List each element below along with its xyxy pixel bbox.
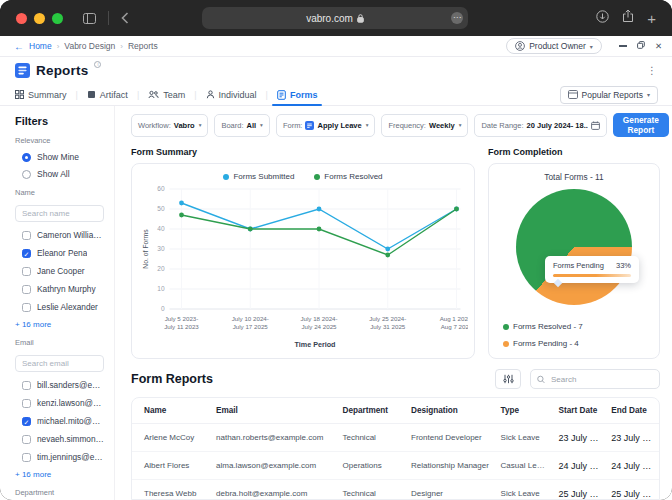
traffic-lights: [16, 13, 63, 24]
checkbox-list-item[interactable]: nevaeh.simmons@example.com: [22, 434, 104, 444]
tab-summary[interactable]: Summary: [15, 84, 76, 105]
filters-sidebar: Filters Relevance Show Mine Show All Nam…: [0, 106, 115, 500]
checkbox-checked[interactable]: ✓: [22, 417, 31, 426]
sidebar-toggle-icon[interactable]: [83, 13, 96, 24]
board-dropdown[interactable]: Board: All ▾: [214, 114, 269, 137]
checkbox-list-item[interactable]: bill.sanders@example.com: [22, 380, 104, 390]
form-completion-title: Form Completion: [488, 147, 660, 157]
checkbox-unchecked[interactable]: [22, 435, 31, 444]
workflow-dropdown[interactable]: Workflow: Vabro ▾: [131, 114, 208, 137]
table-row[interactable]: Albert Floresalma.lawson@example.comOper…: [132, 452, 659, 480]
close-icon[interactable]: ✕: [655, 41, 662, 51]
tab-artifact[interactable]: Artifact: [78, 84, 137, 105]
downloads-icon[interactable]: [596, 9, 609, 27]
chevron-right-icon: ›: [120, 42, 123, 51]
checkbox-list-item[interactable]: Leslie Alexander: [22, 302, 104, 312]
table-cell: alma.lawson@example.com: [211, 452, 337, 480]
form-blue-icon: [305, 121, 314, 130]
table-search-box[interactable]: [530, 369, 660, 389]
legend-label: Forms Resolved: [324, 172, 382, 181]
breadcrumb-current: Reports: [128, 41, 158, 51]
svg-text:60: 60: [157, 185, 165, 192]
legend-forms-submitted[interactable]: Forms Submitted: [223, 172, 294, 181]
legend-dot: [503, 324, 509, 330]
frequency-dropdown[interactable]: Frequency: Weekly ▾: [381, 114, 468, 137]
tab-team[interactable]: Team: [139, 84, 194, 105]
svg-text:July 11 2023: July 11 2023: [164, 323, 199, 330]
form-summary-section: Form Summary Forms Submitted Forms Resol…: [131, 145, 475, 359]
checkbox-unchecked[interactable]: [22, 399, 31, 408]
checkbox-list-item[interactable]: ✓Eleanor Pena: [22, 248, 104, 258]
table-cell: Arlene McCoy: [132, 424, 211, 452]
pie-legend-item: Forms Pending - 4: [503, 339, 583, 348]
restore-icon[interactable]: [637, 41, 645, 51]
table-cell: 24 July 2024: [606, 452, 659, 480]
table-row[interactable]: Theresa Webbdebra.holt@example.comTechni…: [132, 480, 659, 500]
tab-individual[interactable]: Individual: [197, 84, 266, 105]
search-icon: [537, 375, 545, 384]
legend-label: Forms Resolved - 7: [513, 322, 583, 331]
form-icon: [277, 90, 286, 100]
checkbox-list-item[interactable]: Cameron Williamson: [22, 230, 104, 240]
checkbox-unchecked[interactable]: [22, 381, 31, 390]
checkbox-list-item[interactable]: Jane Cooper: [22, 266, 104, 276]
checkbox-unchecked[interactable]: [22, 231, 31, 240]
table-filter-button[interactable]: [495, 369, 521, 389]
checkbox-label: Jane Cooper: [37, 266, 85, 276]
table-column-header: Email: [211, 398, 337, 424]
kebab-menu-icon[interactable]: ⋮: [647, 65, 658, 76]
radio-show-mine[interactable]: Show Mine: [22, 152, 104, 162]
checkbox-unchecked[interactable]: [22, 285, 31, 294]
name-more-link[interactable]: + 16 more: [15, 320, 104, 329]
info-icon[interactable]: i: [94, 61, 101, 68]
checkbox-list-item[interactable]: Kathryn Murphy: [22, 284, 104, 294]
svg-text:Aug 1 2024-: Aug 1 2024-: [440, 315, 468, 322]
checkbox-list-item[interactable]: ✓michael.mito@example.com: [22, 416, 104, 426]
checkbox-unchecked[interactable]: [22, 267, 31, 276]
table-search-input[interactable]: [549, 374, 653, 385]
checkbox-list-item[interactable]: kenzi.lawson@example.com: [22, 398, 104, 408]
form-dropdown[interactable]: Form: Apply Leave ▾: [276, 114, 376, 137]
minimize-traffic-light[interactable]: [34, 13, 45, 24]
role-selector[interactable]: Product Owner ▾: [506, 38, 602, 54]
legend-forms-resolved[interactable]: Forms Resolved: [314, 172, 382, 181]
checkbox-unchecked[interactable]: [22, 303, 31, 312]
minimize-icon[interactable]: [619, 45, 627, 46]
table-column-header: Type: [496, 398, 554, 424]
back-chevron-icon[interactable]: [121, 12, 129, 24]
table-row[interactable]: Arlene McCoynathan.roberts@example.comTe…: [132, 424, 659, 452]
table-cell: Designer: [406, 480, 496, 500]
breadcrumb-home[interactable]: Home: [29, 41, 52, 51]
legend-dot: [503, 341, 509, 347]
checkbox-list-item[interactable]: tim.jennings@example.com: [22, 452, 104, 462]
zoom-traffic-light[interactable]: [52, 13, 63, 24]
checkbox-checked[interactable]: ✓: [22, 249, 31, 258]
share-icon[interactable]: [622, 9, 634, 27]
search-name-input[interactable]: [15, 205, 104, 222]
address-bar[interactable]: vabro.com ⋯: [202, 7, 468, 29]
legend-dot: [223, 174, 229, 180]
table-cell: Casual Leave: [496, 452, 554, 480]
svg-text:20: 20: [157, 265, 165, 272]
page-options-icon[interactable]: ⋯: [451, 12, 463, 24]
radio-show-all[interactable]: Show All: [22, 169, 104, 179]
new-tab-icon[interactable]: +: [647, 11, 656, 26]
generate-report-button[interactable]: Generate Report: [613, 113, 669, 137]
chevron-right-icon: ›: [57, 42, 60, 51]
table-cell: Sick Leave: [496, 424, 554, 452]
tab-forms[interactable]: Forms: [268, 84, 327, 105]
table-cell: Sick Leave: [496, 480, 554, 500]
chevron-down-icon: ▾: [366, 122, 369, 128]
date-range-picker[interactable]: Date Range: 20 July 2024- 18..: [474, 114, 606, 137]
breadcrumb-project[interactable]: Vabro Design: [64, 41, 115, 51]
popular-reports-button[interactable]: Popular Reports ▾: [560, 86, 658, 104]
checkbox-unchecked[interactable]: [22, 453, 31, 462]
email-more-link[interactable]: + 16 more: [15, 470, 104, 479]
svg-text:July 18 2024-: July 18 2024-: [300, 315, 337, 322]
pie-tooltip: Forms Pending 33%: [545, 256, 639, 283]
page-title: Reports: [36, 63, 88, 78]
back-arrow-icon[interactable]: ←: [14, 41, 24, 52]
legend-label: Forms Pending - 4: [513, 339, 579, 348]
search-email-input[interactable]: [15, 355, 104, 372]
close-traffic-light[interactable]: [16, 13, 27, 24]
